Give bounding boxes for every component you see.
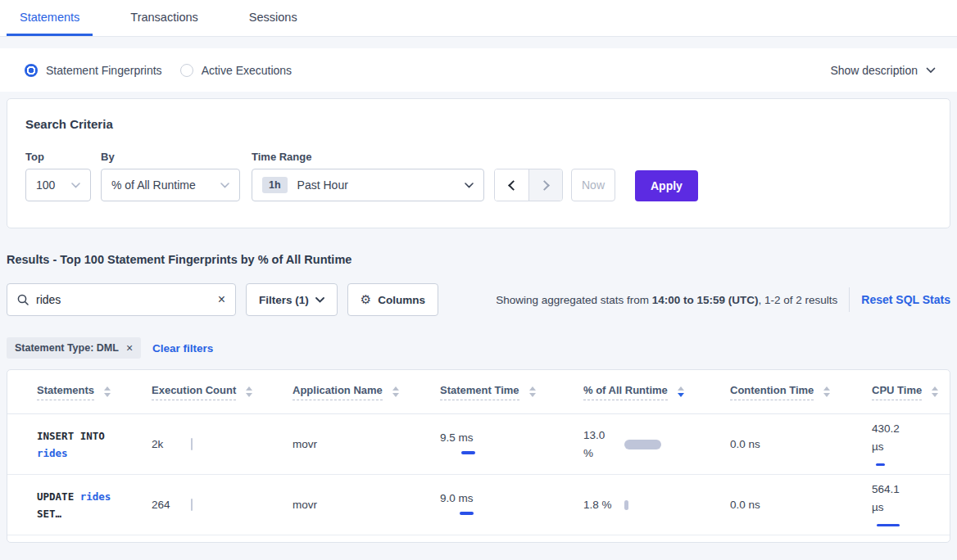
statement-time-bar (440, 508, 479, 517)
column-header-statements[interactable]: Statements (37, 384, 152, 400)
contention-time-cell: 0.0 ns (730, 438, 872, 450)
search-icon (17, 294, 29, 305)
table-header-row: Statements Execution Count Application N… (7, 370, 950, 414)
statement-cell: UPDATE rides SET… (37, 488, 152, 522)
filters-label: Filters (1) (259, 294, 309, 306)
statement-link[interactable]: rides (80, 490, 111, 503)
now-button[interactable]: Now (571, 169, 615, 201)
sort-icon[interactable] (823, 386, 830, 397)
column-header-contention-time[interactable]: Contention Time (730, 384, 872, 400)
gear-icon: ⚙ (361, 292, 371, 307)
show-description-toggle[interactable]: Show description (830, 64, 936, 77)
contention-time-cell: 0.0 ns (730, 499, 872, 511)
tab-transactions[interactable]: Transactions (117, 0, 211, 36)
chevron-down-icon (220, 183, 229, 188)
table-row: UPDATE rides SET… 264 movr 9.0 ms 1.8 % … (7, 475, 950, 535)
top-tabbar: Statements Transactions Sessions (0, 0, 957, 37)
by-label: By (101, 151, 240, 163)
results-controls-row: × Filters (1) ⚙ Columns Showing aggregat… (7, 283, 950, 316)
statement-link[interactable]: rides (37, 447, 68, 459)
radio-unselected-icon (180, 64, 193, 77)
execution-count-cell: 2k (152, 438, 293, 450)
search-box: × (7, 283, 236, 316)
sort-icon[interactable] (246, 386, 252, 397)
execution-count-bar (191, 499, 193, 511)
tab-sessions[interactable]: Sessions (236, 0, 311, 36)
sort-icon[interactable] (104, 386, 111, 397)
radio-statement-fingerprints[interactable]: Statement Fingerprints (25, 64, 162, 77)
chevron-down-icon (926, 67, 936, 74)
active-filters-row: Statement Type: DML × Clear filters (7, 337, 950, 359)
search-input[interactable] (36, 293, 211, 306)
aggregated-stats-text: Showing aggregated stats from 14:00 to 1… (496, 294, 837, 306)
column-header-application-name[interactable]: Application Name (293, 384, 440, 400)
radio-label: Statement Fingerprints (46, 64, 162, 77)
statement-time-bar (440, 448, 479, 457)
filter-pill-statement-type[interactable]: Statement Type: DML × (7, 337, 141, 359)
radio-label: Active Executions (202, 64, 293, 77)
column-header-cpu-time[interactable]: CPU Time (872, 384, 950, 400)
columns-label: Columns (378, 294, 425, 306)
statements-table: Statements Execution Count Application N… (7, 369, 950, 543)
sort-icon[interactable] (932, 386, 938, 397)
results-heading: Results - Top 100 Statement Fingerprints… (7, 253, 950, 266)
tab-statements[interactable]: Statements (7, 0, 93, 36)
view-toggle-bar: Statement Fingerprints Active Executions… (0, 48, 957, 92)
top-label: Top (25, 151, 91, 163)
cpu-time-cell: 564.1 µs (872, 481, 908, 530)
cpu-time-bar (872, 521, 908, 530)
column-header-execution-count[interactable]: Execution Count (152, 384, 293, 400)
filter-pill-label: Statement Type: DML (15, 342, 119, 354)
chevron-right-icon (539, 180, 550, 191)
by-select[interactable]: % of All Runtime (101, 169, 240, 201)
sort-icon[interactable] (529, 386, 536, 397)
time-next-button[interactable] (528, 169, 562, 201)
filters-button[interactable]: Filters (1) (246, 283, 338, 316)
chevron-down-icon (315, 297, 324, 303)
application-name-cell: movr (293, 499, 440, 511)
time-range-value: Past Hour (297, 178, 465, 192)
percent-runtime-bar (624, 500, 628, 510)
by-select-value: % of All Runtime (111, 178, 196, 192)
divider (849, 287, 850, 312)
top-select[interactable]: 100 (25, 169, 91, 201)
time-range-select[interactable]: 1h Past Hour (252, 169, 484, 201)
chevron-down-icon (465, 183, 474, 188)
cpu-time-cell: 430.2 µs (872, 420, 908, 469)
execution-count-bar (191, 438, 193, 450)
chevron-left-icon (508, 180, 519, 191)
reset-sql-stats-link[interactable]: Reset SQL Stats (861, 293, 950, 306)
cpu-time-bar (872, 460, 908, 469)
column-header-percent-runtime[interactable]: % of All Runtime (583, 384, 730, 400)
percent-runtime-cell: 13.0 % (583, 427, 730, 463)
top-select-value: 100 (36, 178, 55, 192)
chevron-down-icon (71, 183, 80, 188)
time-range-badge: 1h (262, 177, 288, 193)
percent-runtime-cell: 1.8 % (583, 496, 730, 514)
sort-icon-active-desc[interactable] (678, 386, 684, 397)
percent-runtime-bar (624, 440, 661, 449)
application-name-cell: movr (293, 438, 440, 450)
time-prev-button[interactable] (495, 169, 528, 201)
table-row: INSERT INTO rides 2k movr 9.5 ms 13.0 % … (7, 414, 950, 475)
statement-time-cell: 9.0 ms (440, 492, 479, 517)
time-nav-group (494, 169, 563, 201)
search-criteria-panel: Search Criteria Top 100 By % of All Runt… (7, 98, 950, 228)
search-criteria-title: Search Criteria (25, 117, 932, 131)
time-range-label: Time Range (252, 151, 484, 163)
clear-search-icon[interactable]: × (218, 293, 225, 306)
columns-button[interactable]: ⚙ Columns (347, 283, 438, 316)
sort-icon[interactable] (392, 386, 399, 397)
statement-time-cell: 9.5 ms (440, 431, 479, 457)
show-description-label: Show description (830, 64, 918, 77)
column-header-statement-time[interactable]: Statement Time (440, 384, 583, 400)
execution-count-cell: 264 (152, 499, 293, 511)
statement-cell: INSERT INTO rides (37, 427, 152, 462)
clear-filters-link[interactable]: Clear filters (152, 342, 213, 355)
apply-button[interactable]: Apply (635, 170, 698, 201)
radio-selected-icon (25, 64, 38, 77)
remove-filter-icon[interactable]: × (126, 341, 133, 355)
radio-active-executions[interactable]: Active Executions (180, 64, 293, 77)
stats-time-range: 14:00 to 15:59 (UTC) (652, 294, 759, 306)
